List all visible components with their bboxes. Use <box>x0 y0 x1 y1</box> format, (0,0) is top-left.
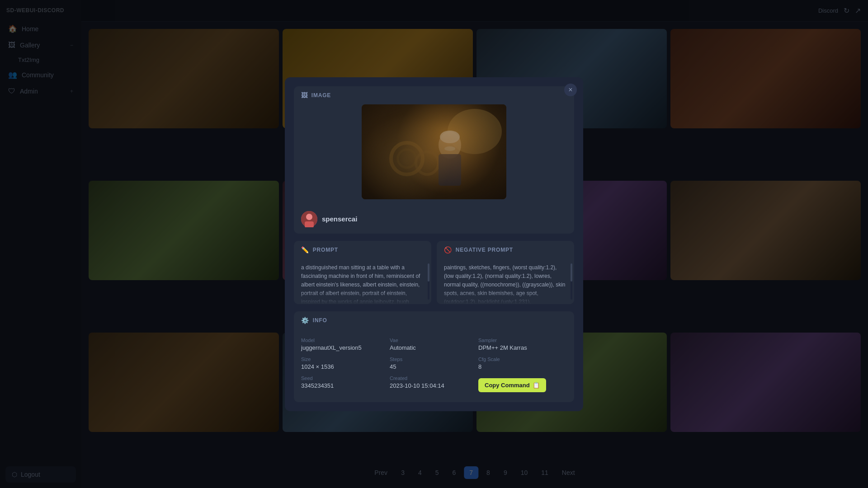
size-info: Size 1024 × 1536 <box>301 354 390 373</box>
image-container <box>294 104 574 206</box>
size-value: 1024 × 1536 <box>301 363 390 370</box>
created-label: Created <box>390 375 478 381</box>
avatar <box>301 211 317 227</box>
svg-point-6 <box>439 131 461 159</box>
negative-prompt-icon: 🚫 <box>444 246 452 253</box>
modal-close-button[interactable]: × <box>564 84 577 96</box>
negative-prompt-label: NEGATIVE PROMPT <box>456 247 513 253</box>
prompt-icon: ✏️ <box>301 246 309 253</box>
svg-point-4 <box>398 150 416 168</box>
info-section-header: ⚙️ INFO <box>294 311 574 329</box>
modal-overlay[interactable]: × 🖼 IMAGE <box>0 0 868 488</box>
steps-label: Steps <box>390 357 478 362</box>
sampler-value: DPM++ 2M Karras <box>478 344 567 351</box>
prompt-section: ✏️ PROMPT a distinguished man sitting at… <box>294 241 431 304</box>
image-section-header: 🖼 IMAGE <box>294 86 574 104</box>
copy-command-container: Copy Command 📋 <box>478 373 567 395</box>
created-info: Created 2023-10-10 15:04:14 <box>390 373 478 395</box>
model-value: juggernautXL_version5 <box>301 344 390 351</box>
modal: × 🖼 IMAGE <box>285 77 583 411</box>
copy-icon: 📋 <box>533 382 540 389</box>
cfg-scale-value: 8 <box>478 363 567 370</box>
prompt-text: a distinguished man sitting at a table w… <box>294 259 431 304</box>
prompt-scrollbar[interactable] <box>428 263 429 300</box>
vae-label: Vae <box>390 338 478 343</box>
negative-prompt-text: paintings, sketches, fingers, (worst qua… <box>437 259 574 304</box>
cfg-scale-label: Cfg Scale <box>478 357 567 362</box>
vae-value: Automatic <box>390 344 478 351</box>
model-info: Model juggernautXL_version5 <box>301 335 390 354</box>
model-label: Model <box>301 338 390 343</box>
svg-rect-0 <box>362 104 506 199</box>
image-section: 🖼 IMAGE <box>294 86 574 234</box>
negative-prompt-scrollbar-thumb <box>571 263 572 282</box>
generated-image <box>362 104 506 199</box>
negative-prompt-section-header: 🚫 NEGATIVE PROMPT <box>437 241 574 259</box>
svg-point-2 <box>448 109 502 154</box>
svg-point-5 <box>416 152 439 174</box>
negative-prompt-section: 🚫 NEGATIVE PROMPT paintings, sketches, f… <box>437 241 574 304</box>
prompt-label: PROMPT <box>313 247 338 253</box>
svg-point-8 <box>440 131 460 143</box>
steps-value: 45 <box>390 363 478 370</box>
info-icon: ⚙️ <box>301 317 309 324</box>
info-label: INFO <box>313 317 327 324</box>
seed-label: Seed <box>301 375 390 381</box>
user-row: spensercai <box>294 206 574 234</box>
svg-point-3 <box>391 143 423 174</box>
seed-value: 3345234351 <box>301 382 390 389</box>
svg-point-11 <box>306 214 312 220</box>
created-value: 2023-10-10 15:04:14 <box>390 382 478 389</box>
vae-info: Vae Automatic <box>390 335 478 354</box>
copy-command-label: Copy Command <box>485 382 530 389</box>
negative-prompt-scrollbar[interactable] <box>571 263 572 300</box>
svg-rect-12 <box>305 221 314 227</box>
copy-command-button[interactable]: Copy Command 📋 <box>478 378 546 392</box>
info-section: ⚙️ INFO Model juggernautXL_version5 Vae … <box>294 311 574 402</box>
size-label: Size <box>301 357 390 362</box>
seed-info: Seed 3345234351 <box>301 373 390 395</box>
image-section-icon: 🖼 <box>301 92 308 99</box>
cfg-scale-info: Cfg Scale 8 <box>478 354 567 373</box>
svg-rect-1 <box>362 104 506 199</box>
sampler-label: Sampler <box>478 338 567 343</box>
sampler-info: Sampler DPM++ 2M Karras <box>478 335 567 354</box>
prompt-section-header: ✏️ PROMPT <box>294 241 431 259</box>
info-grid: Model juggernautXL_version5 Vae Automati… <box>294 329 574 402</box>
steps-info: Steps 45 <box>390 354 478 373</box>
svg-point-9 <box>444 146 455 151</box>
image-section-label: IMAGE <box>311 92 331 99</box>
username: spensercai <box>322 215 357 223</box>
prompt-scrollbar-thumb <box>428 263 429 282</box>
prompts-row: ✏️ PROMPT a distinguished man sitting at… <box>294 241 574 304</box>
svg-rect-7 <box>439 154 461 186</box>
